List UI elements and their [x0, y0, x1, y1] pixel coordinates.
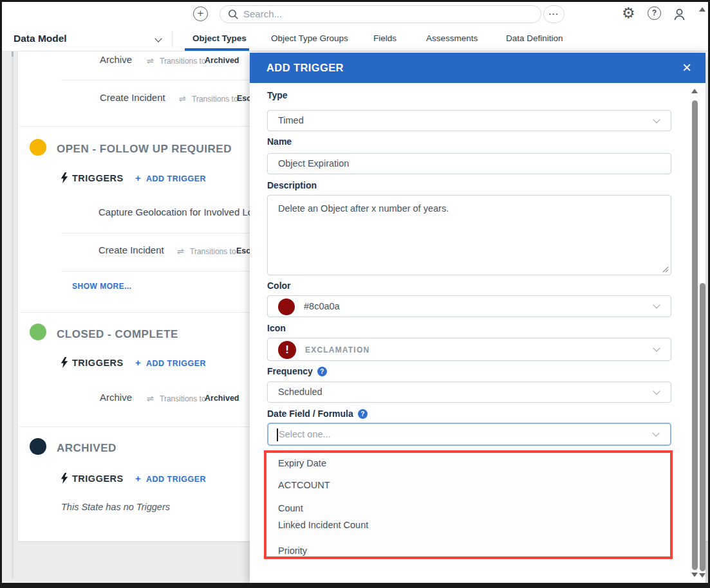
left-scroll-gutter: [12, 51, 14, 579]
resize-handle-icon[interactable]: [662, 266, 669, 273]
left-scroll-gutter-cap: [12, 51, 14, 57]
no-triggers-text: This State has no Triggers: [61, 502, 170, 512]
transition-icon: ⇌: [179, 94, 186, 104]
date-field-dropdown-highlight: Expiry Date ACTCOUNT Count Linked Incide…: [264, 450, 673, 559]
lightning-bolt-icon: [61, 357, 68, 368]
user-icon[interactable]: [672, 7, 687, 22]
modal-scroll-up-arrow[interactable]: [691, 89, 698, 93]
close-icon[interactable]: ×: [676, 53, 698, 82]
trigger-row[interactable]: Archive: [100, 54, 132, 65]
nav-divider: [172, 31, 173, 48]
dropdown-option[interactable]: Linked Incident Count: [278, 519, 368, 531]
page-scrollbar-thumb[interactable]: [700, 283, 705, 571]
row-divider: [61, 80, 267, 80]
state-dot-archived: [30, 438, 46, 455]
show-more-link[interactable]: SHOW MORE...: [72, 282, 132, 291]
page-scroll-up-arrow[interactable]: [699, 7, 705, 12]
chevron-down-icon: [653, 387, 660, 394]
icon-value: EXCLAMATION: [305, 345, 369, 354]
more-options-icon[interactable]: ···: [543, 5, 565, 23]
modal-header: ADD TRIGGER ×: [250, 53, 705, 83]
help-icon[interactable]: ?: [648, 6, 661, 20]
name-label: Name: [267, 136, 292, 147]
plus-icon: +: [135, 172, 141, 183]
transitions-to-label: Transitions to: [160, 394, 206, 403]
frequency-label-text: Frequency: [267, 366, 313, 376]
modal-scrollbar-thumb[interactable]: [692, 100, 698, 570]
frequency-select[interactable]: Scheduled: [267, 381, 671, 403]
trigger-row[interactable]: Create Incident: [98, 244, 164, 255]
transitions-to-label: Transitions to: [160, 57, 206, 66]
tab-fields[interactable]: Fields: [373, 27, 397, 50]
search-placeholder: Search...: [243, 6, 282, 23]
tab-object-types[interactable]: Object Types: [192, 27, 247, 50]
triggers-label: TRIGGERS: [72, 473, 124, 484]
section-divider: [19, 126, 267, 127]
type-label: Type: [267, 90, 288, 100]
tab-assessments[interactable]: Assessments: [426, 27, 478, 50]
state-title: ARCHIVED: [57, 442, 117, 455]
color-value: #8c0a0a: [304, 301, 340, 311]
add-trigger-link[interactable]: ADD TRIGGER: [146, 475, 206, 484]
color-swatch: [278, 299, 295, 315]
app-window: + Search... ··· ⚙ ? Data Model Object Ty…: [0, 0, 710, 588]
trigger-row[interactable]: Capture Geolocation for Involved Loca: [98, 207, 263, 217]
date-field-label: Date Field / Formula?: [267, 409, 368, 419]
transitions-to-label: Transitions to: [190, 247, 236, 256]
tab-object-type-groups[interactable]: Object Type Groups: [271, 27, 348, 50]
add-trigger-link[interactable]: ADD TRIGGER: [146, 174, 206, 183]
type-select[interactable]: Timed: [267, 110, 671, 131]
trigger-row[interactable]: Create Incident: [100, 92, 165, 103]
search-icon: [228, 9, 239, 20]
transition-target: Archived: [205, 394, 239, 403]
add-trigger-link[interactable]: ADD TRIGGER: [146, 359, 206, 368]
icon-select[interactable]: ! EXCLAMATION: [267, 338, 671, 361]
page-scroll-down-arrow[interactable]: [699, 573, 705, 578]
type-value: Timed: [278, 115, 304, 125]
chevron-down-icon: [652, 429, 659, 436]
triggers-label: TRIGGERS: [72, 173, 124, 183]
transition-icon: ⇌: [147, 56, 154, 66]
settings-gear-icon[interactable]: ⚙: [622, 5, 635, 21]
frequency-help-icon[interactable]: ?: [317, 367, 327, 376]
lightning-bolt-icon: [61, 473, 68, 484]
state-title: OPEN - FOLLOW UP REQUIRED: [57, 143, 232, 156]
description-textarea[interactable]: Delete an Object after x number of years…: [267, 195, 671, 275]
dropdown-option[interactable]: Count: [278, 502, 303, 515]
add-trigger-modal: ADD TRIGGER × Type Timed Name Object Exp…: [250, 53, 705, 583]
dropdown-option[interactable]: Priority: [278, 544, 307, 557]
description-value: Delete an Object after x number of years…: [278, 203, 449, 214]
chevron-down-icon: [154, 35, 162, 42]
modal-scroll-down-arrow[interactable]: [691, 573, 698, 577]
row-divider: [61, 233, 267, 234]
tab-data-definition[interactable]: Data Definition: [506, 27, 563, 50]
transition-target: Archived: [205, 56, 239, 65]
color-select[interactable]: #8c0a0a: [267, 295, 671, 317]
search-input[interactable]: Search...: [220, 5, 541, 23]
nav-bar: Data Model Object Types Object Type Grou…: [2, 27, 708, 51]
chevron-down-icon: [653, 116, 660, 123]
date-field-placeholder: Select one...: [279, 429, 331, 439]
transition-icon: ⇌: [147, 394, 154, 403]
date-field-label-text: Date Field / Formula: [267, 409, 353, 419]
active-tab-underline: [185, 48, 249, 51]
name-input[interactable]: Object Expiration: [267, 153, 671, 174]
trigger-row[interactable]: Archive: [100, 392, 132, 403]
text-cursor: [277, 428, 278, 441]
frequency-label: Frequency?: [267, 366, 327, 376]
exclamation-icon: !: [278, 341, 296, 359]
color-label: Color: [267, 280, 291, 291]
date-field-select[interactable]: Select one...: [267, 423, 671, 446]
plus-icon: +: [135, 473, 141, 484]
triggers-label: TRIGGERS: [72, 358, 124, 368]
data-model-dropdown[interactable]: Data Model: [14, 27, 67, 50]
dropdown-option[interactable]: ACTCOUNT: [278, 479, 330, 492]
dropdown-option[interactable]: Expiry Date: [278, 457, 326, 470]
add-icon[interactable]: +: [193, 6, 208, 21]
date-field-help-icon[interactable]: ?: [358, 409, 368, 419]
section-divider: [19, 427, 267, 427]
top-toolbar: + Search... ··· ⚙ ?: [2, 2, 708, 27]
window-border-bottom: [0, 583, 710, 588]
transitions-to-label: Transitions to: [192, 95, 238, 104]
icon-label: Icon: [267, 323, 286, 333]
